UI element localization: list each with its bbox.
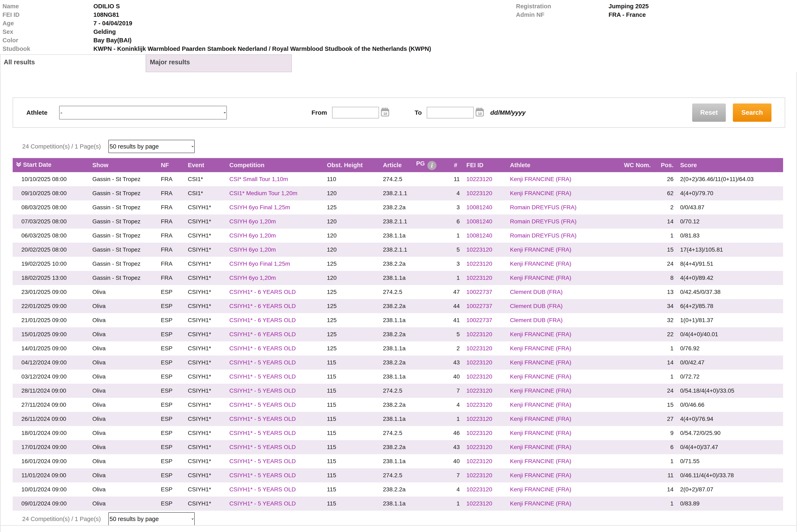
column-article[interactable]: Article (380, 158, 413, 172)
athlete-link[interactable]: Clement DUB (FRA) (510, 317, 563, 323)
column-obst-height[interactable]: Obst. Height (324, 158, 380, 172)
tab-major-results[interactable]: Major results (146, 54, 292, 72)
athlete-link[interactable]: Kenji FRANCINE (FRA) (510, 176, 571, 182)
competition-link[interactable]: CSIYH1* - 5 YEARS OLD (229, 500, 296, 507)
column-fei-id[interactable]: FEI ID (463, 158, 507, 172)
fei-id-link[interactable]: 10223120 (466, 387, 492, 394)
table-cell: 8 (654, 271, 677, 285)
fei-id-link[interactable]: 10223120 (466, 261, 492, 267)
column-wc-nom[interactable]: WC Nom. (598, 158, 654, 172)
competition-link[interactable]: CSIYH1* - 5 YEARS OLD (229, 486, 296, 493)
search-button[interactable]: Search (733, 103, 772, 122)
fei-id-link[interactable]: 10223120 (466, 190, 492, 196)
column-show[interactable]: Show (90, 158, 158, 172)
athlete-link[interactable]: Kenji FRANCINE (FRA) (510, 345, 571, 352)
athlete-link[interactable]: Romain DREYFUS (FRA) (510, 232, 576, 239)
competition-link[interactable]: CSI* Small Tour 1,10m (229, 176, 288, 182)
competition-link[interactable]: CSIYH1* - 6 YEARS OLD (229, 345, 296, 352)
calendar-icon[interactable]: 10 (475, 107, 484, 118)
athlete-select[interactable]: - (59, 106, 227, 119)
competition-link[interactable]: CSIYH 6yo 1,20m (229, 274, 276, 281)
tab-all-results[interactable]: All results (0, 54, 146, 72)
athlete-link[interactable]: Kenji FRANCINE (FRA) (510, 500, 571, 507)
info-icon[interactable]: i (427, 161, 437, 170)
fei-id-link[interactable]: 10223120 (466, 401, 492, 408)
competition-link[interactable]: CSI1* Medium Tour 1,20m (229, 190, 297, 196)
competition-link[interactable]: CSIYH1* - 5 YEARS OLD (229, 401, 296, 408)
fei-id-link[interactable]: 10223120 (466, 345, 492, 352)
athlete-link[interactable]: Kenji FRANCINE (FRA) (510, 190, 571, 196)
column-number[interactable]: # (448, 158, 463, 172)
fei-id-link[interactable]: 10223120 (466, 359, 492, 366)
competition-link[interactable]: CSIYH 6yo Final 1,25m (229, 204, 290, 210)
competition-link[interactable]: CSIYH1* - 5 YEARS OLD (229, 472, 296, 478)
fei-id-link[interactable]: 10223120 (466, 430, 492, 436)
athlete-link[interactable]: Kenji FRANCINE (FRA) (510, 430, 571, 436)
fei-id-link[interactable]: 10223120 (466, 472, 492, 478)
column-score[interactable]: Score (677, 158, 783, 172)
athlete-link[interactable]: Romain DREYFUS (FRA) (510, 204, 576, 210)
athlete-link[interactable]: Kenji FRANCINE (FRA) (510, 261, 571, 267)
per-page-select-bottom[interactable]: 50 results by page (108, 512, 195, 526)
athlete-link[interactable]: Kenji FRANCINE (FRA) (510, 387, 571, 394)
fei-id-link[interactable]: 10081240 (466, 232, 492, 239)
column-competition[interactable]: Competition (226, 158, 324, 172)
athlete-link[interactable]: Kenji FRANCINE (FRA) (510, 486, 571, 493)
athlete-link[interactable]: Kenji FRANCINE (FRA) (510, 274, 571, 281)
fei-id-link[interactable]: 10223120 (466, 444, 492, 450)
fei-id-link[interactable]: 10081240 (466, 218, 492, 225)
competition-link[interactable]: CSIYH1* - 5 YEARS OLD (229, 430, 296, 436)
athlete-link[interactable]: Kenji FRANCINE (FRA) (510, 359, 571, 366)
competition-link[interactable]: CSIYH1* - 6 YEARS OLD (229, 317, 296, 323)
fei-id-link[interactable]: 10022737 (466, 289, 492, 295)
column-pg[interactable]: PGi (413, 158, 448, 172)
column-athlete[interactable]: Athlete (507, 158, 598, 172)
fei-id-link[interactable]: 10223120 (466, 500, 492, 507)
table-cell: 120 (324, 229, 380, 243)
athlete-link[interactable]: Kenji FRANCINE (FRA) (510, 246, 571, 253)
athlete-link[interactable]: Clement DUB (FRA) (510, 303, 563, 309)
fei-id-link[interactable]: 10022737 (466, 303, 492, 309)
from-date-input[interactable] (332, 107, 379, 118)
competition-link[interactable]: CSIYH1* - 5 YEARS OLD (229, 387, 296, 394)
competition-link[interactable]: CSIYH1* - 5 YEARS OLD (229, 373, 296, 380)
fei-id-link[interactable]: 10223120 (466, 486, 492, 493)
competition-link[interactable]: CSIYH1* - 5 YEARS OLD (229, 359, 296, 366)
athlete-link[interactable]: Kenji FRANCINE (FRA) (510, 458, 571, 464)
fei-id-link[interactable]: 10223120 (466, 176, 492, 182)
competition-link[interactable]: CSIYH 6yo 1,20m (229, 218, 276, 225)
athlete-link[interactable]: Kenji FRANCINE (FRA) (510, 416, 571, 422)
competition-link[interactable]: CSIYH1* - 5 YEARS OLD (229, 458, 296, 464)
reset-button[interactable]: Reset (692, 103, 726, 122)
competition-link[interactable]: CSIYH1* - 5 YEARS OLD (229, 416, 296, 422)
column-event[interactable]: Event (185, 158, 226, 172)
column-nf[interactable]: NF (158, 158, 185, 172)
athlete-link[interactable]: Kenji FRANCINE (FRA) (510, 472, 571, 478)
per-page-select-top[interactable]: 50 results by page (108, 140, 195, 153)
competition-link[interactable]: CSIYH 6yo Final 1,25m (229, 261, 290, 267)
competition-link[interactable]: CSIYH 6yo 1,20m (229, 246, 276, 253)
competition-link[interactable]: CSIYH1* - 6 YEARS OLD (229, 303, 296, 309)
athlete-link[interactable]: Kenji FRANCINE (FRA) (510, 331, 571, 338)
column-start-date[interactable]: Start Date (13, 158, 90, 172)
athlete-link[interactable]: Kenji FRANCINE (FRA) (510, 401, 571, 408)
column-pos[interactable]: Pos. (654, 158, 677, 172)
fei-id-link[interactable]: 10223120 (466, 373, 492, 380)
athlete-link[interactable]: Romain DREYFUS (FRA) (510, 218, 576, 225)
competition-link[interactable]: CSIYH1* - 5 YEARS OLD (229, 444, 296, 450)
athlete-link[interactable]: Kenji FRANCINE (FRA) (510, 444, 571, 450)
competition-link[interactable]: CSIYH1* - 6 YEARS OLD (229, 331, 296, 338)
competition-link[interactable]: CSIYH1* - 6 YEARS OLD (229, 289, 296, 295)
athlete-link[interactable]: Kenji FRANCINE (FRA) (510, 373, 571, 380)
fei-id-link[interactable]: 10081240 (466, 204, 492, 210)
fei-id-link[interactable]: 10223120 (466, 331, 492, 338)
to-date-input[interactable] (427, 107, 474, 118)
fei-id-link[interactable]: 10223120 (466, 458, 492, 464)
fei-id-link[interactable]: 10223120 (466, 274, 492, 281)
athlete-link[interactable]: Clement DUB (FRA) (510, 289, 563, 295)
fei-id-link[interactable]: 10223120 (466, 416, 492, 422)
fei-id-link[interactable]: 10223120 (466, 246, 492, 253)
competition-link[interactable]: CSIYH 6yo 1,20m (229, 232, 276, 239)
calendar-icon[interactable]: 10 (381, 107, 390, 118)
fei-id-link[interactable]: 10022737 (466, 317, 492, 323)
